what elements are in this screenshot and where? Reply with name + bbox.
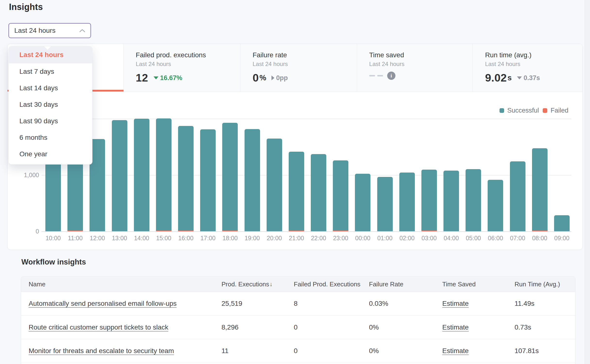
x-tick-06:00: 06:00 [484,235,506,242]
bar-successful-07:00 [510,161,525,231]
x-tick-03:00: 03:00 [418,235,440,242]
info-icon[interactable]: i [387,72,395,80]
bar-failed-11:00 [67,231,83,231]
workflow-link[interactable]: Monitor for threats and escalate to secu… [29,347,174,355]
x-tick-13:00: 13:00 [109,235,131,242]
bar-successful-17:00 [200,129,216,231]
cell-failure_rate: 0% [369,339,379,363]
x-tick-17:00: 17:00 [197,235,219,242]
workflow-link[interactable]: Automatically send personalised email fo… [29,300,177,307]
workflow-insights-table: NameProd. Executions↓Failed Prod. Execut… [21,276,575,364]
legend-entry-successful[interactable]: Successful [500,107,539,114]
bar-successful-23:00 [333,160,348,231]
x-tick-16:00: 16:00 [175,235,197,242]
cell-failed_prod_executions: 0 [294,339,298,363]
bar-successful-08:00 [532,148,548,231]
bar-successful-02:00 [399,173,415,231]
menu-item-last-7-days[interactable]: Last 7 days [9,63,92,80]
bar-failed-16:00 [178,231,194,231]
x-tick-20:00: 20:00 [263,235,285,242]
menu-item-6-months[interactable]: 6 months [9,129,92,146]
column-header-name[interactable]: Name [29,276,45,292]
bar-successful-09:00 [554,215,570,231]
bar-successful-05:00 [466,169,481,231]
cell-prod_executions: 25,519 [221,292,242,315]
x-tick-00:00: 00:00 [352,235,374,242]
stat-tab-failed-prod-executions[interactable]: Failed prod. executionsLast 24 hours1216… [124,44,241,91]
cell-failure_rate: 0% [369,316,379,339]
x-tick-15:00: 15:00 [153,235,175,242]
x-tick-14:00: 14:00 [131,235,153,242]
cell-name: Automatically send personalised email fo… [29,292,177,315]
x-tick-18:00: 18:00 [219,235,241,242]
table-row: Automatically send personalised email fo… [21,292,575,316]
workflow-link[interactable]: Route critical customer support tickets … [29,323,168,331]
no-value-dash [369,75,375,76]
menu-item-last-90-days[interactable]: Last 90 days [9,113,92,129]
legend-label: Failed [550,107,568,114]
bar-successful-04:00 [443,171,459,231]
triangle-down-icon [154,76,158,79]
x-tick-09:00: 09:00 [551,235,573,242]
menu-item-last-30-days[interactable]: Last 30 days [9,96,92,113]
column-header-failure-rate[interactable]: Failure Rate [369,276,403,292]
legend-swatch-successful [500,108,504,113]
estimate-link[interactable]: Estimate [442,300,469,307]
menu-item-one-year[interactable]: One year [9,146,92,162]
stat-tab-failure-rate[interactable]: Failure rateLast 24 hours0%0pp [240,44,357,91]
legend-entry-failed[interactable]: Failed [543,107,568,114]
bar-successful-15:00 [156,118,172,231]
cell-time_saved: Estimate [442,292,469,315]
menu-item-last-14-days[interactable]: Last 14 days [9,80,92,96]
cell-failed_prod_executions: 8 [294,292,298,315]
stat-tab-time-saved[interactable]: Time savedLast 24 hoursi [357,44,473,91]
stat-tab-run-time-avg[interactable]: Run time (avg.)Last 24 hours9.02s0.37s [473,44,582,91]
cell-time_saved: Estimate [442,316,469,339]
stat-title: Run time (avg.) [485,51,582,59]
bar-successful-14:00 [134,119,149,231]
executions-bar-chart: 1,000 0 10:0011:0012:0013:0014:0015:0016… [8,92,582,250]
cell-run_time: 107.81s [515,339,539,363]
column-header-run-time-avg-[interactable]: Run Time (Avg.) [515,276,560,292]
menu-item-last-24-hours[interactable]: Last 24 hours [9,46,92,63]
y-tick-1000: 1,000 [12,172,39,179]
column-header-failed-prod-executions[interactable]: Failed Prod. Executions [294,276,361,292]
insights-summary-card: Failed prod. executionsLast 24 hours1216… [7,44,583,250]
estimate-link[interactable]: Estimate [442,347,469,355]
cell-failure_rate: 0.03% [369,292,388,315]
bar-successful-01:00 [377,177,393,231]
gridline-2000 [41,119,571,119]
stat-value: 0 [253,72,259,84]
stat-value-row: i [369,72,473,80]
bar-failed-18:00 [222,231,238,231]
chevron-up-icon [79,29,85,32]
stat-value-row: 9.02s0.37s [485,72,582,84]
x-tick-02:00: 02:00 [396,235,418,242]
stat-subtitle: Last 24 hours [136,61,240,67]
stat-value-row: 0%0pp [253,72,357,84]
table-body: Automatically send personalised email fo… [21,292,575,363]
cell-prod_executions: 11 [221,339,229,363]
triangle-down-icon [517,76,522,79]
cell-run_time: 0.73s [515,316,531,339]
stat-delta-text: 0.37s [524,74,540,82]
triangle-right-icon [271,75,274,80]
column-header-time-saved[interactable]: Time Saved [442,276,476,292]
bar-successful-16:00 [178,126,194,231]
bar-failed-21:00 [289,231,304,231]
estimate-link[interactable]: Estimate [442,323,469,331]
bar-failed-15:00 [156,231,172,231]
page-scrollbar[interactable] [585,0,590,364]
stat-tabs-row: Failed prod. executionsLast 24 hours1216… [8,44,582,92]
bar-successful-11:00 [67,157,83,231]
column-header-prod-executions[interactable]: Prod. Executions↓ [221,276,273,292]
x-tick-10:00: 10:00 [42,235,64,242]
no-value-dash [377,75,383,76]
stat-delta: 0.37s [517,74,540,82]
sort-desc-icon: ↓ [270,281,273,288]
time-filter-dropdown[interactable]: Last 24 hours [8,23,91,38]
stat-delta-text: 16.67% [160,74,182,82]
x-tick-05:00: 05:00 [462,235,484,242]
x-tick-01:00: 01:00 [374,235,396,242]
legend-label: Successful [507,107,539,114]
